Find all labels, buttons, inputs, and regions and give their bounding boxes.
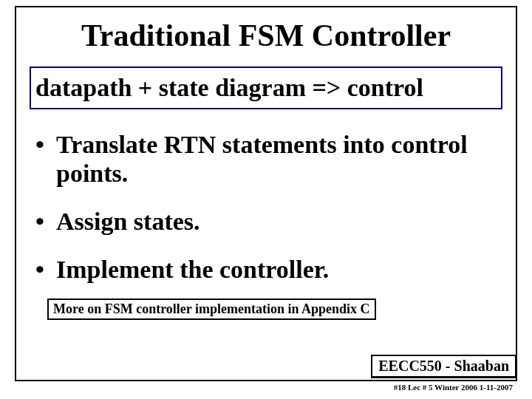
bullet-item: Implement the controller.: [35, 255, 502, 284]
slide-title: Traditional FSM Controller: [30, 18, 502, 53]
note-box: More on FSM controller implementation in…: [47, 299, 376, 320]
footer-box: EECC550 - Shaaban: [371, 355, 517, 378]
footer-meta: #18 Lec # 5 Winter 2006 1-11-2007: [394, 383, 513, 392]
subtitle-box: datapath + state diagram => control: [30, 66, 502, 109]
slide-frame: Traditional FSM Controller datapath + st…: [15, 6, 517, 381]
subtitle-text: datapath + state diagram => control: [35, 74, 497, 102]
bullet-item: Assign states.: [35, 207, 502, 236]
course-label: EECC550 - Shaaban: [378, 358, 509, 374]
bullet-item: Translate RTN statements into control po…: [35, 130, 502, 188]
bullet-list: Translate RTN statements into control po…: [30, 130, 502, 284]
note-text: More on FSM controller implementation in…: [53, 301, 370, 316]
